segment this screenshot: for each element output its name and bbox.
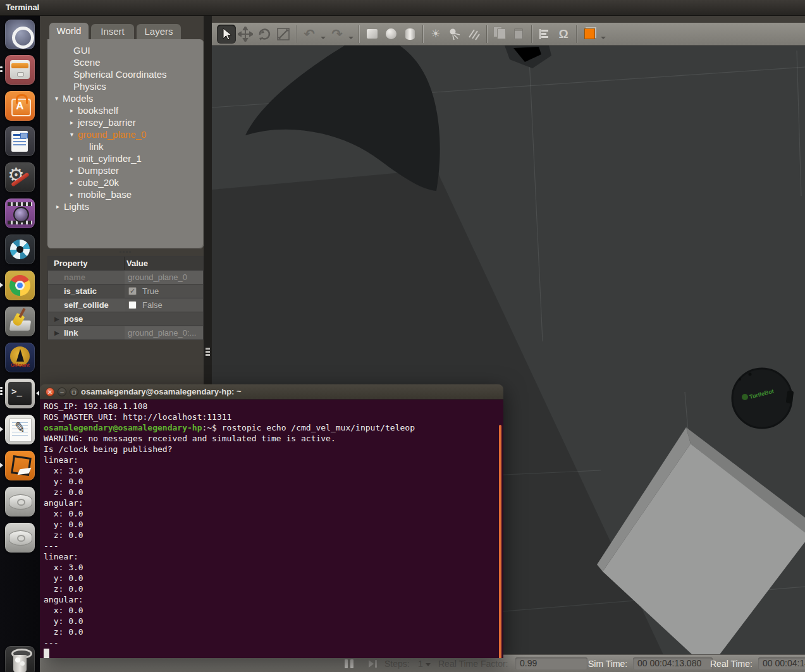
caret-down-icon — [321, 37, 326, 39]
select-arrow-icon — [219, 27, 233, 41]
prompt-symbol: :~$ — [202, 423, 216, 432]
tree-expander-collapsed-icon[interactable]: ▸ — [68, 119, 76, 126]
terminal-line: z: 0.0 — [40, 583, 503, 594]
insert-cylinder-button[interactable] — [400, 25, 419, 44]
tab-world[interactable]: World — [49, 23, 89, 39]
rtf-field: 0.99 — [515, 657, 587, 669]
launcher-icon-system-settings[interactable]: ⚙ — [5, 162, 35, 192]
running-pip — [0, 70, 3, 72]
property-row-is-static[interactable]: is_static ✓ True — [48, 284, 203, 298]
launcher-icon-disk-1[interactable] — [5, 487, 35, 516]
insert-sphere-button[interactable] — [381, 25, 400, 44]
spot-light-button[interactable] — [445, 25, 464, 44]
steps-label: Steps: — [384, 659, 410, 669]
property-table: Property Value name ground_plane_0 is_st… — [47, 256, 204, 340]
select-tool-button[interactable] — [217, 25, 236, 44]
tree-item-dumpster[interactable]: ▸Dumpster — [47, 164, 204, 176]
directional-light-button[interactable] — [464, 25, 483, 44]
terminal-content[interactable]: ROS_IP: 192.168.1.108 ROS_MASTER_URI: ht… — [40, 400, 503, 658]
launcher-icon-disk-2[interactable] — [5, 523, 35, 553]
tree-item-link[interactable]: link — [47, 140, 204, 152]
point-light-icon: ☀ — [431, 27, 440, 40]
tree-expander-collapsed-icon[interactable]: ▸ — [68, 107, 76, 114]
paste-button[interactable] — [509, 25, 528, 44]
launcher-icon-gazebo[interactable] — [5, 451, 35, 480]
launcher-icon-software-center[interactable]: A — [5, 91, 35, 121]
tree-item-ground-plane-0[interactable]: ▾ground_plane_0 — [47, 128, 204, 140]
tree-item-mobile-base[interactable]: ▸mobile_base — [47, 188, 204, 200]
maximize-button[interactable]: ▢ — [70, 388, 78, 396]
copy-button[interactable] — [490, 25, 509, 44]
terminal-scrollbar[interactable] — [499, 425, 501, 658]
tree-item-bookshelf[interactable]: ▸bookshelf — [47, 104, 204, 116]
view-angle-button[interactable] — [580, 25, 599, 44]
close-button[interactable]: ✕ — [46, 388, 54, 396]
pause-icon — [345, 659, 348, 668]
launcher-icon-libreoffice-writer[interactable] — [5, 126, 35, 156]
launcher-icon-text-editor[interactable]: ✎ — [5, 415, 35, 444]
expand-triangle-icon[interactable]: ▶ — [54, 312, 59, 326]
tree-expander-collapsed-icon[interactable]: ▸ — [68, 191, 76, 198]
undo-history-dropdown[interactable] — [319, 25, 328, 44]
terminal-line: ROS_IP: 192.168.1.108 — [40, 401, 503, 412]
launcher-icon-gmount[interactable]: GMount — [5, 343, 35, 372]
snap-button[interactable]: Ω — [554, 25, 573, 44]
global-menubar[interactable]: Terminal — [0, 0, 805, 16]
terminal-line: Is /clock being published? — [40, 444, 503, 455]
rotate-tool-button[interactable] — [255, 25, 274, 44]
translate-tool-button[interactable] — [236, 25, 255, 44]
tree-expander-collapsed-icon[interactable]: ▸ — [68, 167, 76, 174]
scale-tool-button[interactable] — [274, 25, 293, 44]
expand-triangle-icon[interactable]: ▶ — [54, 326, 59, 339]
tree-expander-collapsed-icon[interactable]: ▸ — [54, 203, 62, 210]
property-row-link[interactable]: ▶ link ground_plane_0:... — [48, 326, 203, 339]
property-row-pose[interactable]: ▶ pose — [48, 312, 203, 326]
undo-button[interactable]: ↶ — [300, 25, 319, 44]
ubuntu-logo-icon — [12, 27, 34, 49]
tree-item-scene[interactable]: Scene — [47, 56, 204, 68]
real-time-field: 00 00:04:14.807 — [758, 657, 805, 669]
tab-layers[interactable]: Layers — [137, 24, 181, 39]
tree-item-jersey-barrier[interactable]: ▸jersey_barrier — [47, 116, 204, 128]
tree-item-physics[interactable]: Physics — [47, 80, 204, 92]
view-angle-dropdown[interactable] — [599, 25, 608, 44]
tree-item-lights[interactable]: ▸Lights — [47, 200, 204, 212]
launcher-icon-shotwell[interactable] — [5, 235, 35, 264]
tree-item-unit-cylinder-1[interactable]: ▸unit_cylinder_1 — [47, 152, 204, 164]
property-row-name[interactable]: name ground_plane_0 — [48, 271, 203, 284]
tree-item-cube-20k[interactable]: ▸cube_20k — [47, 176, 204, 188]
splitter-handle[interactable] — [206, 346, 210, 357]
launcher-icon-files[interactable] — [5, 55, 35, 85]
tree-expander-collapsed-icon[interactable]: ▸ — [68, 179, 76, 186]
launcher-icon-chrome[interactable] — [5, 271, 35, 300]
property-row-self-collide[interactable]: self_collide False — [48, 298, 203, 312]
tab-insert[interactable]: Insert — [91, 24, 134, 39]
terminal-titlebar[interactable]: ✕ – ▢ osamalegendary@osamalegendary-hp: … — [40, 384, 503, 400]
world-tree: GUI Scene Spherical Coordinates Physics … — [47, 39, 204, 248]
tree-item-models[interactable]: ▾Models — [47, 92, 204, 104]
tree-expander-expanded-icon[interactable]: ▾ — [68, 131, 76, 138]
steps-value[interactable]: 1 — [418, 659, 423, 669]
launcher-icon-terminal[interactable]: >_ — [5, 379, 35, 408]
launcher-icon-video-editor[interactable] — [5, 199, 35, 228]
launcher-icon-ubuntu-dash[interactable] — [5, 20, 35, 49]
launcher-icon-bleachbit[interactable] — [5, 307, 35, 336]
self-collide-checkbox[interactable] — [128, 301, 137, 309]
minimize-button[interactable]: – — [58, 388, 66, 396]
redo-button[interactable]: ↷ — [328, 25, 347, 44]
tree-item-gui[interactable]: GUI — [47, 44, 204, 56]
insert-box-button[interactable] — [362, 25, 381, 44]
align-button[interactable] — [535, 25, 554, 44]
is-static-checkbox[interactable]: ✓ — [128, 287, 137, 295]
tree-expander-collapsed-icon[interactable]: ▸ — [68, 155, 76, 162]
launcher-icon-trash[interactable] — [5, 646, 35, 672]
terminal-line: z: 0.0 — [40, 530, 503, 541]
running-pip — [0, 390, 3, 392]
point-light-button[interactable]: ☀ — [426, 25, 445, 44]
running-pip — [0, 427, 3, 432]
panel-splitter-grip[interactable] — [120, 251, 132, 255]
redo-history-dropdown[interactable] — [347, 25, 355, 44]
tree-expander-expanded-icon[interactable]: ▾ — [52, 95, 61, 102]
steps-spinner-icon[interactable] — [426, 663, 431, 666]
tree-item-spherical-coordinates[interactable]: Spherical Coordinates — [47, 68, 204, 80]
